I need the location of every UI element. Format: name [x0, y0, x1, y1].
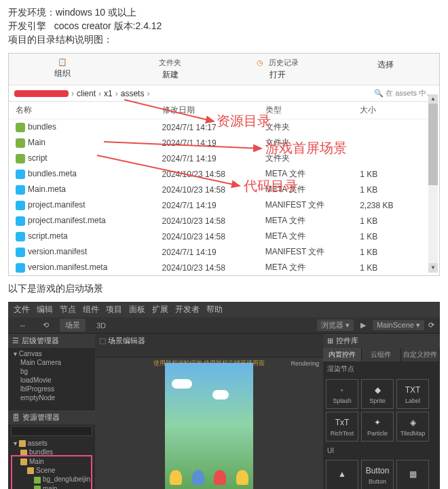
comp-tab[interactable]: 内置控件	[323, 348, 362, 361]
tb-open[interactable]: ◷历史记录打开	[224, 56, 332, 82]
comp-item[interactable]: ◆Sprite	[361, 379, 394, 409]
comp-icon: TxT	[336, 416, 348, 429]
menu-item[interactable]: 节点	[60, 304, 76, 315]
hierarchy-item[interactable]: emptyNode	[8, 393, 95, 402]
table-row[interactable]: Main2024/7/1 14:19文件夹	[9, 135, 439, 151]
hierarchy-root[interactable]: ▾ Canvas	[8, 349, 95, 358]
img-icon	[34, 477, 41, 484]
scroll-thumb[interactable]	[428, 104, 438, 185]
file-icon	[16, 201, 25, 210]
hierarchy-item[interactable]: bg	[8, 367, 95, 376]
file-icon	[16, 248, 25, 257]
menu-item[interactable]: 开发者	[175, 304, 200, 315]
list-icon: ☰	[12, 336, 19, 345]
game-canvas[interactable]	[165, 363, 253, 489]
comp-icon: ▦	[407, 468, 419, 480]
scrollbar[interactable]: ▲ ▼	[428, 94, 438, 273]
hierarchy-item[interactable]: Main Camera	[8, 358, 95, 367]
scroll-down-icon[interactable]: ▼	[428, 263, 438, 273]
doc-structure: 项目的目录结构说明图：	[8, 34, 440, 46]
scroll-up-icon[interactable]: ▲	[428, 94, 438, 104]
comp-tab[interactable]: 云组件	[362, 348, 400, 361]
menu-item[interactable]: 组件	[83, 304, 99, 315]
tb-select[interactable]: 选择	[332, 56, 440, 82]
tb-new[interactable]: 文件夹新建	[117, 56, 225, 82]
refresh-icon[interactable]: ⟳	[428, 321, 434, 330]
comp-icon: ◈	[407, 416, 419, 429]
comp-item[interactable]: ButtonButton	[361, 460, 394, 489]
ann-first-scene: 游戏首屏场景	[265, 139, 347, 157]
ann-assets-dir: 资源目录	[217, 112, 271, 130]
tb-org[interactable]: 📋组织	[9, 56, 117, 82]
comp-item[interactable]: TxTRichText	[326, 412, 358, 442]
scene-icon: ⬚	[99, 336, 106, 345]
file-icon	[16, 216, 25, 226]
ui-section: UI	[323, 444, 440, 457]
search-box[interactable]: 🔍 在 assets 中…	[374, 88, 434, 98]
menu-item[interactable]: 项目	[106, 304, 122, 315]
asset-item[interactable]: Main	[8, 457, 95, 466]
comp-item[interactable]: ✦Particle	[361, 412, 394, 442]
cocos-editor: 文件编辑节点组件项目面板扩展开发者帮助 ↔ ⟲ 场景 3D 浏览器 ▾ ▶ Ma…	[8, 302, 440, 489]
redacted-path	[14, 90, 69, 97]
browser-dd[interactable]: 浏览器 ▾	[317, 319, 354, 331]
hierarchy-item[interactable]: loadMovie	[8, 376, 95, 385]
menu-item[interactable]: 扩展	[152, 304, 168, 315]
asset-item[interactable]: bg_denglubeijin	[8, 475, 95, 484]
tab-scene[interactable]: 场景	[60, 319, 86, 332]
comp-item[interactable]: ◦Splash	[326, 379, 358, 409]
assets-header: 🗄资源管理器	[8, 410, 95, 425]
play-icon[interactable]: ▶	[358, 321, 369, 330]
table-row[interactable]: script.meta2024/10/23 14:58META 文件1 KB	[9, 229, 439, 244]
menu-item[interactable]: 文件	[14, 304, 30, 315]
rotate-tool-icon[interactable]: ⟲	[37, 319, 54, 331]
table-row[interactable]: Main.meta2024/10/23 14:58META 文件1 KB	[9, 182, 439, 197]
hierarchy-item[interactable]: lblProgress	[8, 385, 95, 393]
file-explorer: 📋组织 文件夹新建 ◷历史记录打开 选择 ›client ›x1 ›assets…	[8, 53, 440, 276]
breadcrumb[interactable]: ›client ›x1 ›assets › 🔍 在 assets 中…	[9, 85, 439, 102]
folder-icon	[20, 458, 27, 465]
db-icon: 🗄	[12, 414, 20, 422]
comp-item[interactable]: TXTLabel	[396, 379, 429, 409]
comp-item[interactable]: ▦	[396, 460, 429, 489]
table-row[interactable]: version.manifest2024/7/1 14:19MANIFEST 文…	[9, 244, 439, 260]
menu-item[interactable]: 编辑	[37, 304, 53, 315]
doc-mid: 以下是游戏的启动场景	[8, 283, 440, 295]
table-row[interactable]: version.manifest.meta2024/10/23 14:58MET…	[9, 260, 439, 275]
comp-icon: ▲	[336, 468, 348, 480]
table-row[interactable]: bundles.meta2024/10/23 14:58META 文件1 KB	[9, 166, 439, 182]
assets-search[interactable]	[11, 426, 92, 436]
file-icon	[16, 185, 25, 195]
col-name[interactable]: 名称	[9, 102, 155, 119]
table-row[interactable]: project.manifest2024/7/1 14:19MANIFEST 文…	[9, 197, 439, 213]
comp-item[interactable]: ▲	[326, 460, 358, 489]
asset-item[interactable]: main	[8, 484, 95, 489]
assets-root[interactable]: ▾ assets	[8, 439, 95, 448]
col-size[interactable]: 大小	[353, 102, 439, 119]
hierarchy-header: ☰层级管理器	[8, 334, 95, 348]
copy-icon: 📋	[58, 58, 67, 66]
file-icon	[16, 170, 25, 179]
comp-icon: Button	[371, 465, 384, 477]
scene-dd[interactable]: MainScene ▾	[373, 320, 424, 330]
components-header: ⊞控件库	[323, 334, 440, 348]
asset-item[interactable]: Scene	[8, 466, 95, 475]
folder-icon	[20, 450, 27, 456]
comp-icon: ◦	[336, 384, 348, 396]
history-icon: ◷	[257, 58, 263, 67]
move-tool-icon[interactable]: ↔	[14, 320, 32, 331]
comp-item[interactable]: ◈TiledMap	[396, 412, 429, 442]
table-row[interactable]: script2024/7/1 14:19文件夹	[9, 151, 439, 166]
menu-item[interactable]: 面板	[129, 304, 145, 315]
doc-engine: 开发引擎 cocos creator 版本:2.4.12	[8, 20, 440, 33]
menu-item[interactable]: 帮助	[206, 304, 223, 315]
table-row[interactable]: project.manifest.meta2024/10/23 14:58MET…	[9, 213, 439, 229]
render-section: 渲染节点	[323, 361, 440, 376]
col-type[interactable]: 类型	[259, 102, 353, 119]
tab-3d[interactable]: 3D	[91, 320, 111, 331]
grid-icon: ⊞	[327, 336, 333, 345]
comp-icon: ✦	[371, 416, 384, 429]
file-icon	[16, 232, 25, 241]
asset-item[interactable]: bundles	[8, 448, 95, 456]
comp-tab[interactable]: 自定义控件	[401, 348, 440, 361]
